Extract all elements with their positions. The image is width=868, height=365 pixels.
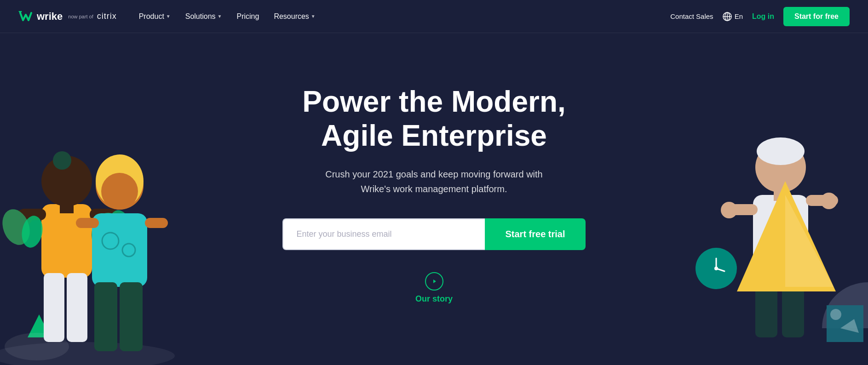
hero-subtitle: Crush your 2021 goals and keep moving fo…	[282, 167, 585, 196]
nav-item-pricing[interactable]: Pricing	[231, 9, 264, 24]
svg-rect-11	[60, 200, 74, 213]
language-selector[interactable]: En	[723, 12, 743, 21]
hero-title-line1: Power the Modern,	[302, 85, 566, 118]
email-input[interactable]	[282, 218, 485, 250]
trial-button[interactable]: Start free trial	[485, 218, 585, 250]
svg-rect-32	[145, 218, 168, 228]
hero-content: Power the Modern, Agile Enterprise Crush…	[282, 85, 585, 303]
svg-point-50	[830, 309, 841, 320]
our-story-label: Our story	[415, 294, 453, 304]
svg-point-41	[721, 202, 737, 218]
now-part-of-text: now part of	[68, 14, 93, 19]
language-label: En	[735, 12, 743, 20]
svg-rect-22	[92, 213, 147, 287]
svg-point-28	[101, 173, 138, 210]
product-chevron-icon: ▼	[166, 14, 171, 19]
hero-title: Power the Modern, Agile Enterprise	[282, 85, 585, 153]
svg-rect-30	[120, 282, 143, 351]
svg-point-42	[821, 193, 837, 209]
wrike-logo-icon	[18, 10, 33, 23]
svg-point-10	[53, 151, 71, 170]
hero-section: Power the Modern, Agile Enterprise Crush…	[0, 33, 868, 365]
citrix-text: citrix	[97, 11, 117, 21]
our-story-circle-icon	[425, 272, 443, 291]
globe-icon	[723, 12, 732, 21]
our-story-link[interactable]: Our story	[282, 272, 585, 304]
nav-item-solutions[interactable]: Solutions ▼	[180, 9, 228, 24]
hero-title-line2: Agile Enterprise	[321, 119, 547, 152]
start-free-button[interactable]: Start for free	[783, 7, 850, 26]
svg-point-35	[757, 137, 805, 165]
svg-rect-8	[41, 204, 92, 278]
svg-marker-52	[433, 279, 436, 283]
svg-rect-31	[76, 218, 99, 228]
navbar-left: wrike now part of citrix Product ▼ Solut…	[18, 9, 321, 24]
nav-item-resources[interactable]: Resources ▼	[268, 9, 321, 24]
nav-links: Product ▼ Solutions ▼ Pricing Resources …	[133, 9, 321, 24]
nav-item-product[interactable]: Product ▼	[133, 9, 176, 24]
solutions-chevron-icon: ▼	[218, 14, 222, 19]
illustration-right	[693, 52, 868, 365]
solutions-label: Solutions	[185, 12, 216, 21]
login-button[interactable]: Log in	[752, 12, 774, 21]
svg-rect-13	[67, 273, 87, 342]
product-label: Product	[139, 12, 164, 21]
svg-point-48	[714, 267, 718, 270]
navbar-right: Contact Sales En Log in Start for free	[670, 7, 850, 26]
logo-area[interactable]: wrike now part of citrix	[18, 10, 117, 23]
navbar: wrike now part of citrix Product ▼ Solut…	[0, 0, 868, 33]
illustration-left	[0, 52, 193, 365]
svg-rect-29	[94, 282, 117, 351]
cta-area: Start free trial	[282, 218, 585, 250]
svg-marker-0	[18, 11, 22, 14]
resources-label: Resources	[274, 12, 309, 21]
contact-sales-link[interactable]: Contact Sales	[670, 12, 713, 20]
pricing-label: Pricing	[236, 12, 259, 21]
svg-rect-12	[44, 273, 64, 342]
wrike-text: wrike	[37, 11, 63, 23]
resources-chevron-icon: ▼	[311, 14, 316, 19]
